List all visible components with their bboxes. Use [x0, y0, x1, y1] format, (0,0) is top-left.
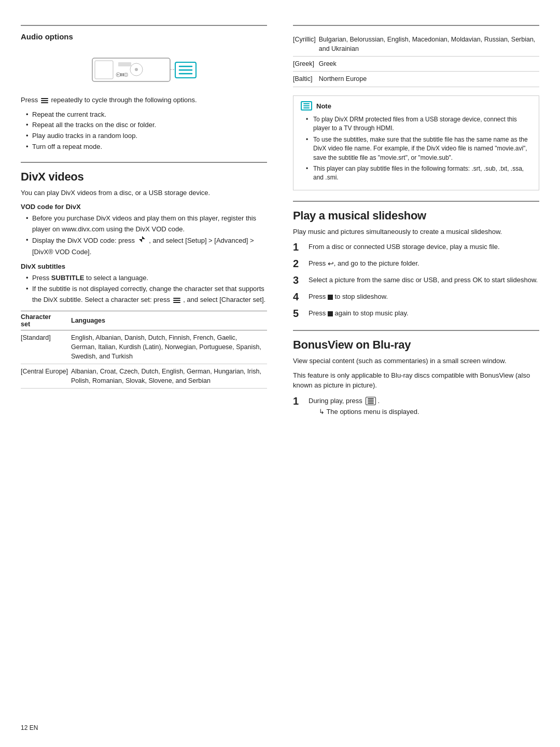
table-col-charset: Characterset	[21, 311, 71, 330]
step-item: 1From a disc or connected USB storage de…	[293, 241, 539, 253]
left-column: Audio options	[21, 16, 272, 421]
table-row: [Central Europe]Albanian, Croat, Czech, …	[21, 364, 267, 389]
step-sub: ↳ The options menu is displayed.	[309, 407, 539, 417]
langs-cell: Greek	[319, 57, 539, 72]
note-box: Note To play DivX DRM protected files fr…	[293, 95, 539, 190]
svg-rect-4	[118, 62, 131, 66]
divx-divider	[21, 162, 267, 163]
step-number: 4	[293, 290, 303, 303]
langs-cell: Bulgarian, Belorussian, English, Macedon…	[319, 32, 539, 57]
audio-bullets: Repeat the current track. Repeat all the…	[21, 109, 267, 153]
slideshow-intro: Play music and pictures simultaneously t…	[293, 227, 539, 237]
note-bullets: To play DivX DRM protected files from a …	[301, 115, 531, 183]
table-row: [Baltic]Northern Europe	[293, 72, 539, 87]
charset-cell: [Baltic]	[293, 72, 319, 87]
step-number: 2	[293, 257, 303, 270]
step-content: Press to stop slideshow.	[309, 290, 539, 302]
langs-cell: English, Albanian, Danish, Dutch, Finnis…	[71, 330, 267, 364]
step-number: 1	[293, 395, 303, 407]
arrow-icon: ↳	[319, 408, 325, 416]
step-number: 1	[293, 241, 303, 253]
note-icon	[301, 101, 312, 110]
subtitle-bullets: Press SUBTITLE to select a language. If …	[21, 273, 267, 305]
audio-options-section: Audio options	[21, 32, 267, 153]
step-content: Select a picture from the same disc or U…	[309, 274, 539, 285]
page-number: 12 EN	[21, 724, 38, 731]
note-label: Note	[316, 101, 331, 112]
bonusview-divider	[293, 330, 539, 331]
divx-heading: DivX videos	[21, 170, 267, 184]
step-content: From a disc or connected USB storage dev…	[309, 241, 539, 252]
slideshow-steps: 1From a disc or connected USB storage de…	[293, 241, 539, 320]
bonusview-steps: 1During play, press .↳ The options menu …	[293, 395, 539, 417]
charset-cell: [Central Europe]	[21, 364, 71, 389]
step-number: 3	[293, 274, 303, 286]
table-row: [Cyrillic]Bulgarian, Belorussian, Englis…	[293, 32, 539, 57]
subtitles-heading: DivX subtitles	[21, 262, 267, 270]
vod-bullet-1: Before you purchase DivX videos and play…	[26, 213, 267, 235]
langs-cell: Northern Europe	[319, 72, 539, 87]
svg-rect-8	[122, 73, 124, 76]
step-content: Press ↩, and go to the picture folder.	[309, 257, 539, 269]
step-item: 2Press ↩, and go to the picture folder.	[293, 257, 539, 270]
note-header: Note	[301, 101, 531, 112]
audio-options-title: Audio options	[21, 32, 267, 41]
bonusview-intro2: This feature is only applicable to Blu-r…	[293, 370, 539, 391]
step-number: 5	[293, 307, 303, 320]
divx-intro: You can play DivX videos from a disc, or…	[21, 188, 267, 198]
charset-cell: [Greek]	[293, 57, 319, 72]
subtitle-bullet-1: Press SUBTITLE to select a language.	[26, 273, 267, 284]
top-divider	[21, 25, 267, 26]
vod-heading: VOD code for DivX	[21, 203, 267, 211]
right-top-divider	[293, 25, 539, 26]
divx-videos-section: DivX videos You can play DivX videos fro…	[21, 170, 267, 389]
audio-bullet-2: Repeat all the tracks on the disc or fol…	[26, 120, 267, 131]
character-table: Characterset Languages [Standard]English…	[21, 311, 267, 389]
svg-point-3	[135, 68, 138, 71]
step-content: During play, press .↳ The options menu i…	[309, 395, 539, 417]
slideshow-divider	[293, 201, 539, 202]
bonusview-heading: BonusView on Blu-ray	[293, 338, 539, 352]
bonusview-intro1: View special content (such as commentari…	[293, 356, 539, 366]
svg-rect-1	[95, 61, 113, 79]
slideshow-heading: Play a musical slideshow	[293, 209, 539, 223]
note-bullet: To use the subtitles, make sure that the…	[306, 135, 531, 162]
step-item: 5Press again to stop music play.	[293, 307, 539, 320]
svg-rect-7	[120, 73, 122, 76]
charset-cell: [Standard]	[21, 330, 71, 364]
char-table-right: [Cyrillic]Bulgarian, Belorussian, Englis…	[293, 32, 539, 87]
note-bullet: This player can play subtitle files in t…	[306, 164, 531, 183]
audio-bullet-3: Play audio tracks in a random loop.	[26, 131, 267, 142]
device-image	[21, 46, 267, 88]
step-item: 4Press to stop slideshow.	[293, 290, 539, 303]
step-item: 1During play, press .↳ The options menu …	[293, 395, 539, 417]
note-bullet: To play DivX DRM protected files from a …	[306, 115, 531, 133]
subtitle-bullet-2: If the subtitle is not displayed correct…	[26, 284, 267, 306]
table-row: [Standard]English, Albanian, Danish, Dut…	[21, 330, 267, 364]
step-content: Press again to stop music play.	[309, 307, 539, 319]
table-col-languages: Languages	[71, 311, 267, 330]
langs-cell: Albanian, Croat, Czech, Dutch, English, …	[71, 364, 267, 389]
vod-bullets: Before you purchase DivX videos and play…	[21, 213, 267, 257]
svg-rect-0	[92, 58, 170, 81]
slideshow-section: Play a musical slideshow Play music and …	[293, 209, 539, 320]
svg-marker-6	[117, 74, 119, 76]
table-row: [Greek]Greek	[293, 57, 539, 72]
step-item: 3Select a picture from the same disc or …	[293, 274, 539, 286]
bonusview-section: BonusView on Blu-ray View special conten…	[293, 338, 539, 417]
right-column: [Cyrillic]Bulgarian, Belorussian, Englis…	[288, 16, 539, 421]
charset-cell: [Cyrillic]	[293, 32, 319, 57]
audio-bullet-4: Turn off a repeat mode.	[26, 142, 267, 153]
vod-bullet-2: Display the DivX VOD code: press , and s…	[26, 235, 267, 258]
audio-press-text: Press repeatedly to cycle through the fo…	[21, 95, 267, 105]
audio-bullet-1: Repeat the current track.	[26, 109, 267, 120]
